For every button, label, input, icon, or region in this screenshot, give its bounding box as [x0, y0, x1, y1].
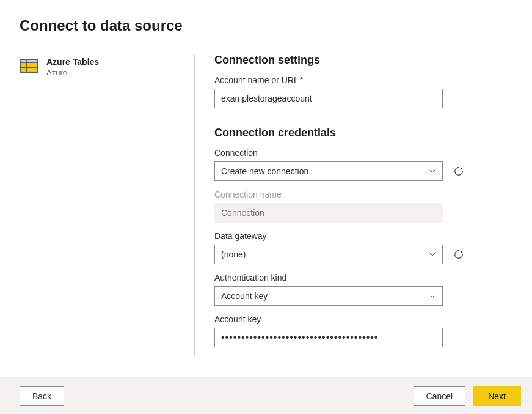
svg-rect-6 [32, 63, 37, 67]
account-url-input[interactable] [214, 89, 443, 108]
connection-select[interactable]: Create new connection [214, 161, 443, 181]
auth-kind-label: Authentication kind [214, 273, 512, 283]
chevron-down-icon [429, 168, 436, 175]
account-key-input[interactable]: ••••••••••••••••••••••••••••••••••••••• [214, 328, 443, 347]
svg-rect-8 [27, 68, 32, 72]
connection-name-label: Connection name [214, 190, 512, 199]
connection-settings-heading: Connection settings [214, 54, 512, 67]
account-key-label: Account key [214, 314, 512, 324]
connection-name-input [214, 203, 443, 223]
vertical-divider [194, 54, 195, 356]
chevron-down-icon [429, 251, 436, 258]
next-button[interactable]: Next [473, 386, 521, 406]
cancel-button[interactable]: Cancel [414, 386, 466, 406]
back-button[interactable]: Back [20, 386, 64, 406]
auth-kind-select[interactable]: Account key [214, 286, 443, 306]
auth-kind-value: Account key [221, 291, 268, 301]
svg-rect-4 [21, 63, 26, 67]
refresh-icon [453, 249, 464, 260]
data-gateway-value: (none) [221, 250, 246, 259]
page-title: Connect to data source [0, 0, 532, 34]
refresh-gateway-button[interactable] [453, 248, 465, 261]
account-url-label: Account name or URL* [214, 75, 512, 85]
azure-tables-icon [20, 56, 39, 76]
refresh-connection-button[interactable] [453, 165, 465, 177]
connection-select-value: Create new connection [221, 166, 308, 176]
svg-rect-3 [32, 60, 37, 62]
chevron-down-icon [429, 292, 436, 300]
svg-rect-2 [27, 60, 32, 62]
refresh-icon [453, 166, 464, 177]
connection-credentials-heading: Connection credentials [214, 127, 512, 139]
connector-name: Azure Tables [46, 56, 99, 67]
data-gateway-select[interactable]: (none) [214, 245, 443, 264]
dialog-footer: Back Cancel Next [0, 377, 532, 414]
required-indicator: * [300, 75, 303, 85]
connector-publisher: Azure [46, 67, 99, 78]
svg-rect-7 [21, 68, 26, 72]
connection-label: Connection [214, 148, 512, 158]
svg-rect-5 [27, 63, 32, 67]
svg-rect-9 [32, 68, 37, 72]
svg-rect-1 [21, 60, 26, 62]
data-gateway-label: Data gateway [214, 231, 512, 241]
connector-summary: Azure Tables Azure [20, 54, 194, 356]
